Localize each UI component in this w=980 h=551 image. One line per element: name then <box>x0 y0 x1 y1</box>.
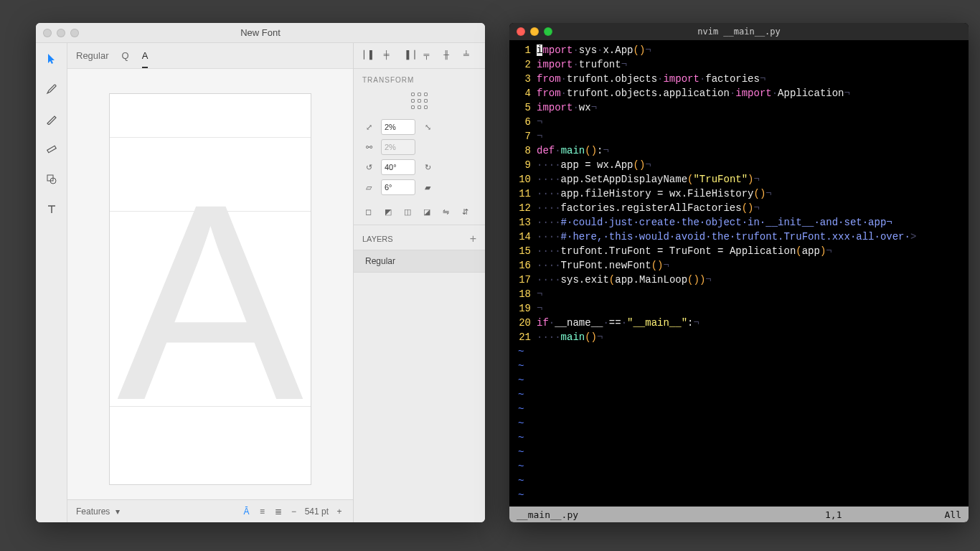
font-editor-window: New Font Regular Q A A <box>36 23 485 522</box>
traffic-lights-inactive[interactable] <box>43 29 79 37</box>
features-menu[interactable]: Features <box>76 507 110 517</box>
align-left-icon[interactable]: ▏▌ <box>364 50 375 62</box>
status-percent: All <box>933 509 961 520</box>
align-vcenter-icon[interactable]: ╫ <box>443 50 455 62</box>
knife-tool[interactable] <box>43 110 60 128</box>
align-right-icon[interactable]: ≣ <box>273 507 283 517</box>
tab-q[interactable]: Q <box>122 50 129 61</box>
zoom-in-icon[interactable]: + <box>334 507 344 517</box>
align-right-icon[interactable]: ▐▕ <box>404 50 415 62</box>
union-icon[interactable]: ◻ <box>365 207 377 219</box>
zoom-out-icon[interactable]: − <box>289 507 299 517</box>
status-position: 1,1 <box>825 509 933 520</box>
scale-icon: ⤢ <box>362 123 375 132</box>
mirror-h-icon[interactable]: ⇋ <box>443 207 454 219</box>
rotate-ccw-icon[interactable]: ↺ <box>362 163 375 172</box>
terminal-body[interactable]: 1import·sys·x.App()¬2import·trufont¬3fro… <box>509 40 969 507</box>
inspector-panel: ▏▌ ╪ ▐▕ ╤ ╫ ╧ TRANSFORM ⤢ ⤡ ⚯ ↺ ↻ <box>353 43 485 522</box>
terminal-status: __main__.py 1,1 All <box>509 507 969 522</box>
boolean-ops: ◻ ◩ ◫ ◪ ⇋ ⇵ <box>354 202 485 225</box>
skew-input[interactable] <box>381 179 415 195</box>
scale-input[interactable] <box>381 119 415 135</box>
scale-linked-input <box>381 139 415 155</box>
align-top-icon[interactable]: ╤ <box>423 50 435 62</box>
skew-left-icon[interactable]: ▱ <box>362 183 375 192</box>
transform-origin-grid[interactable] <box>354 88 485 117</box>
chevron-down-icon: ▾ <box>113 507 123 517</box>
xor-icon[interactable]: ◪ <box>423 207 435 219</box>
align-toolbar: ▏▌ ╪ ▐▕ ╤ ╫ ╧ <box>354 43 485 69</box>
select-tool[interactable] <box>43 50 60 67</box>
tab-a[interactable]: A <box>142 50 149 61</box>
svg-rect-0 <box>47 146 55 152</box>
glyph-tabs: Regular Q A <box>67 43 353 69</box>
pen-tool[interactable] <box>43 80 60 98</box>
subtract-icon[interactable]: ◩ <box>385 207 396 219</box>
rotate-input[interactable] <box>381 159 415 175</box>
scale-apply-icon[interactable]: ⤡ <box>421 123 434 132</box>
point-size[interactable]: 541 pt <box>305 507 329 517</box>
rotate-cw-icon[interactable]: ↻ <box>421 163 434 172</box>
layers-label: LAYERS <box>362 235 393 243</box>
terminal-title: nvim __main__.py <box>509 27 969 37</box>
kerning-icon[interactable]: Ā <box>242 507 252 517</box>
mirror-v-icon[interactable]: ⇵ <box>462 207 473 219</box>
skew-right-icon[interactable]: ▰ <box>421 183 434 192</box>
align-hcenter-icon[interactable]: ╪ <box>384 50 395 62</box>
add-layer-button[interactable]: + <box>470 232 476 245</box>
shapes-tool[interactable] <box>43 171 60 188</box>
terminal-window: nvim __main__.py 1import·sys·x.App()¬2im… <box>509 23 969 522</box>
align-left-icon[interactable]: ≡ <box>258 507 268 517</box>
layer-item[interactable]: Regular <box>354 250 485 273</box>
link-icon[interactable]: ⚯ <box>362 143 375 152</box>
glyph-preview: A <box>117 162 303 442</box>
window-title: New Font <box>36 27 485 38</box>
text-tool[interactable] <box>43 201 60 218</box>
ruler-tool[interactable] <box>43 141 60 158</box>
tool-column <box>36 43 67 522</box>
terminal-titlebar[interactable]: nvim __main__.py <box>509 23 969 40</box>
align-bottom-icon[interactable]: ╧ <box>463 50 475 62</box>
intersect-icon[interactable]: ◫ <box>404 207 415 219</box>
font-titlebar[interactable]: New Font <box>36 23 485 43</box>
status-filename: __main__.py <box>517 509 825 520</box>
canvas-footer: Features ▾ Ā ≡ ≣ − 541 pt + <box>67 499 353 522</box>
transform-label: TRANSFORM <box>354 69 485 88</box>
tab-style[interactable]: Regular <box>76 50 109 61</box>
glyph-canvas[interactable]: A <box>109 93 311 485</box>
